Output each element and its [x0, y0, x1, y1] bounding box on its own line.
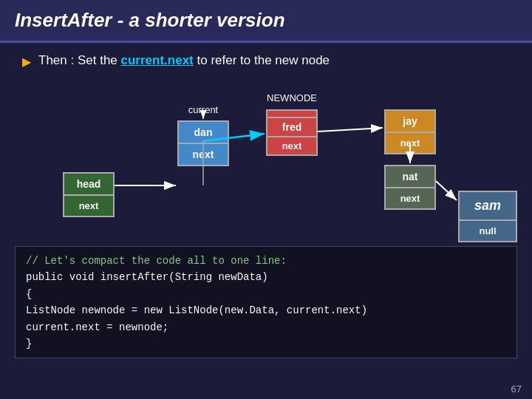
bullet-suffix: to refer to the new node	[194, 53, 330, 67]
bullet-text: Then : Set the current.next to refer to …	[38, 53, 330, 68]
fred-next: next	[267, 137, 316, 154]
head-label: head	[64, 174, 113, 196]
bullet-prefix: Then : Set the	[38, 53, 121, 67]
node-nat: nat next	[384, 165, 436, 210]
title-bar: InsertAfter - a shorter version	[0, 0, 532, 43]
code-comment: // Let's compact the code all to one lin…	[26, 255, 287, 267]
newnode-label	[267, 111, 316, 118]
sam-null: null	[460, 221, 516, 241]
bullet-arrow-icon: ▶	[22, 55, 31, 69]
fred-label: fred	[267, 118, 316, 137]
code-line5: }	[26, 338, 32, 349]
bullet-point: ▶ Then : Set the current.next to refer t…	[22, 53, 510, 69]
node-fred: fred next	[266, 109, 318, 156]
code-line3: ListNode newnode = new ListNode(new.Data…	[26, 304, 367, 316]
node-sam: sam null	[458, 191, 517, 242]
nat-next: next	[386, 188, 434, 208]
svg-line-7	[436, 181, 457, 200]
label-current: current	[177, 104, 229, 115]
dan-next: next	[179, 144, 228, 165]
dan-label: dan	[179, 122, 228, 144]
node-head: head next	[63, 172, 115, 217]
code-line1: public void insertAfter(String newData)	[26, 271, 268, 283]
node-jay: jay next	[384, 109, 436, 154]
sam-label: sam	[460, 192, 516, 221]
bullet-highlight: current.next	[121, 53, 194, 67]
slide-title: InsertAfter - a shorter version	[15, 9, 285, 31]
code-block: // Let's compact the code all to one lin…	[15, 246, 517, 358]
head-next: next	[64, 196, 113, 216]
svg-line-5	[318, 128, 383, 132]
jay-next: next	[386, 133, 434, 153]
diagram-area: current NEWNODE dan next fred next jay n…	[22, 76, 525, 231]
nat-label: nat	[386, 166, 434, 188]
code-line2: {	[26, 288, 32, 300]
label-newnode: NEWNODE	[266, 92, 318, 103]
slide: InsertAfter - a shorter version ▶ Then :…	[0, 0, 532, 399]
page-number: 67	[511, 383, 522, 395]
code-line4: current.next = newnode;	[26, 321, 168, 333]
jay-label: jay	[386, 111, 434, 133]
content-area: ▶ Then : Set the current.next to refer t…	[0, 43, 532, 242]
node-dan: dan next	[177, 120, 229, 166]
